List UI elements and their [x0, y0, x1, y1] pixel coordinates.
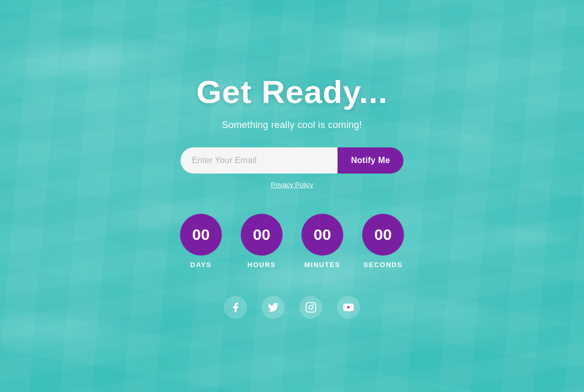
headline: Get Ready...	[196, 73, 388, 110]
countdown-hours: 00 HOURS	[241, 214, 283, 269]
hours-circle: 00	[241, 214, 283, 256]
countdown-timer: 00 DAYS 00 HOURS 00 MINUTES 00 SECONDS	[180, 214, 404, 269]
svg-point-2	[313, 304, 315, 306]
countdown-minutes: 00 MINUTES	[301, 214, 343, 269]
hours-label: HOURS	[248, 261, 276, 269]
social-icons-row	[224, 296, 360, 319]
twitter-icon[interactable]	[262, 296, 285, 319]
svg-rect-0	[306, 303, 316, 312]
countdown-days: 00 DAYS	[180, 214, 222, 269]
seconds-label: SECONDS	[364, 261, 403, 269]
email-input[interactable]	[181, 147, 338, 174]
notify-button[interactable]: Notify Me	[338, 147, 404, 174]
minutes-label: MINUTES	[305, 261, 341, 269]
instagram-icon[interactable]	[299, 296, 322, 319]
youtube-icon[interactable]	[337, 296, 360, 319]
email-form: Notify Me	[181, 147, 404, 174]
svg-point-1	[309, 305, 312, 309]
seconds-circle: 00	[362, 214, 404, 256]
days-label: DAYS	[190, 261, 212, 269]
privacy-policy-link[interactable]: Privacy Policy	[271, 181, 313, 189]
minutes-circle: 00	[301, 214, 343, 256]
days-circle: 00	[180, 214, 222, 256]
subheadline: Something really cool is coming!	[222, 120, 362, 131]
countdown-seconds: 00 SECONDS	[362, 214, 404, 269]
main-container: Get Ready... Something really cool is co…	[0, 0, 584, 392]
facebook-icon[interactable]	[224, 296, 247, 319]
